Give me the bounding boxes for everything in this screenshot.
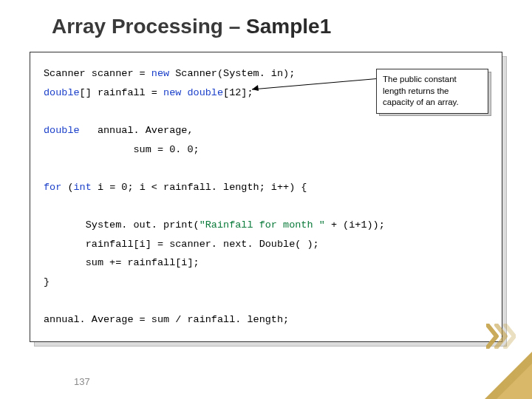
title-prefix: Array Processing – bbox=[52, 15, 246, 38]
code-line-10: annual. Average = sum / rainfall. length… bbox=[44, 310, 488, 330]
code-line-4: sum = 0. 0; bbox=[44, 140, 488, 160]
code-text: annual. Average, bbox=[80, 125, 194, 136]
code-text: } bbox=[44, 276, 50, 287]
code-text: annual. Average = sum / rainfall. length… bbox=[44, 314, 289, 325]
keyword-new-double: new double bbox=[163, 87, 223, 98]
code-line-3: double annual. Average, bbox=[44, 121, 488, 140]
code-blank bbox=[44, 292, 488, 311]
keyword-double: double bbox=[44, 125, 80, 136]
code-text: System. out. print( bbox=[44, 219, 200, 231]
code-text: [12]; bbox=[223, 87, 253, 98]
callout-container: The public constant length returns the c… bbox=[376, 69, 488, 114]
keyword-double: double bbox=[44, 87, 80, 98]
title-emph: Sample1 bbox=[246, 15, 331, 38]
code-line-5: for (int i = 0; i < rainfall. length; i+… bbox=[44, 178, 488, 197]
code-text: sum += rainfall[i]; bbox=[44, 257, 200, 268]
slide-title: Array Processing – Sample1 bbox=[52, 15, 510, 38]
code-text: ( bbox=[61, 182, 73, 193]
code-text: rainfall[i] = scanner. next. Double( ); bbox=[44, 239, 319, 250]
callout-box: The public constant length returns the c… bbox=[376, 69, 488, 114]
callout-text: The public constant bbox=[383, 75, 457, 83]
code-text: [] rainfall = bbox=[80, 87, 163, 98]
keyword-new: new bbox=[151, 68, 169, 79]
code-text: Scanner scanner = bbox=[44, 68, 151, 79]
chevron-decoration bbox=[486, 324, 516, 349]
keyword-for: for bbox=[44, 182, 61, 193]
code-container: Scanner scanner = new Scanner(System. in… bbox=[30, 52, 502, 342]
code-text: + (i+1)); bbox=[325, 219, 385, 231]
code-line-9: } bbox=[44, 273, 488, 292]
keyword-int: int bbox=[74, 182, 92, 193]
code-text: sum = 0. 0; bbox=[44, 144, 200, 155]
code-box: Scanner scanner = new Scanner(System. in… bbox=[30, 52, 502, 342]
code-blank bbox=[44, 159, 488, 178]
code-blank bbox=[44, 197, 488, 216]
callout-keyword: length bbox=[383, 86, 406, 95]
corner-accent-inner bbox=[497, 364, 532, 399]
code-line-7: rainfall[i] = scanner. next. Double( ); bbox=[44, 235, 488, 254]
code-line-8: sum += rainfall[i]; bbox=[44, 253, 488, 273]
code-text: Scanner(System. in); bbox=[169, 68, 295, 79]
code-text: i = 0; i < rainfall. length; i++) { bbox=[92, 182, 307, 193]
code-line-6: System. out. print("Rainfall for month "… bbox=[44, 216, 488, 235]
page-number: 137 bbox=[74, 376, 90, 387]
slide: Array Processing – Sample1 Scanner scann… bbox=[0, 0, 532, 399]
string-literal: "Rainfall for month " bbox=[200, 219, 325, 231]
